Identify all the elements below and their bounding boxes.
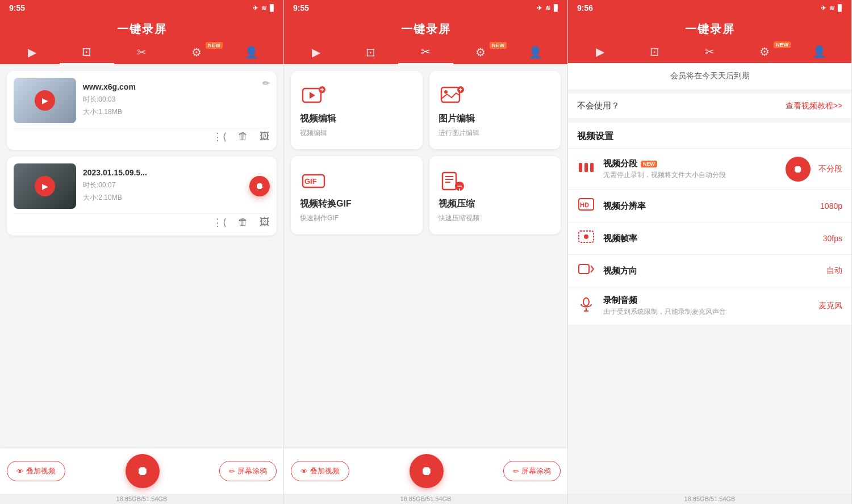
tab-video-3[interactable]: ▶: [573, 45, 628, 63]
tab-tools-3[interactable]: ✂: [682, 45, 737, 63]
new-badge-2: NEW: [490, 42, 507, 49]
share-icon-1[interactable]: ⋮⟨: [212, 131, 227, 143]
svg-rect-20: [590, 163, 594, 172]
content-1: ▶ www.x6g.com 时长:00:03 大小:1.18MB ✏ ⋮⟨ 🗑 …: [0, 64, 283, 448]
tool-compress[interactable]: 视频压缩 快速压缩视频: [429, 156, 561, 234]
delete-icon-2[interactable]: 🗑: [238, 216, 248, 229]
tab-crop-3[interactable]: ⊡: [628, 45, 683, 63]
tab-avatar-2[interactable]: 👤: [508, 45, 563, 64]
eye-icon-2: 👁: [300, 467, 308, 476]
resolution-icon: HD: [577, 198, 595, 214]
tab-settings-3[interactable]: NEW ⚙: [737, 45, 792, 63]
svg-rect-25: [579, 264, 589, 274]
svg-rect-18: [579, 163, 582, 172]
svg-point-6: [444, 90, 448, 94]
video-card-2: ▶ 2023.01.15.09.5... 时长:00:07 大小:2.10MB …: [7, 157, 277, 236]
bottom-bar-2: 👁 叠加视频 ⏺ ✏ 屏幕涂鸦: [284, 448, 567, 494]
tab-crop-2[interactable]: ⊡: [344, 45, 399, 64]
settings-row-audio[interactable]: 录制音频 由于受到系统限制，只能录制麦克风声音 麦克风: [568, 287, 851, 325]
segment-record-btn[interactable]: ⏺: [786, 157, 811, 182]
help-row: 不会使用？ 查看视频教程>>: [568, 94, 851, 118]
eye-icon-1: 👁: [16, 467, 24, 476]
svg-marker-4: [310, 92, 315, 99]
audio-title: 录制音频: [603, 295, 637, 306]
bottom-bar-1: 👁 叠加视频 ⏺ ✏ 屏幕涂鸦: [0, 448, 283, 494]
orientation-title: 视频方向: [603, 266, 637, 276]
audio-subtitle: 由于受到系统限制，只能录制麦克风声音: [603, 307, 811, 317]
draw-btn-1[interactable]: ✏ 屏幕涂鸦: [219, 461, 277, 481]
video-icon-1: ▶: [28, 45, 36, 59]
status-icons-2: ✈ ≋ ▊: [537, 5, 558, 12]
tools-icon-2: ✂: [421, 45, 431, 58]
overlay-btn-1[interactable]: 👁 叠加视频: [7, 461, 65, 481]
pencil-icon-1: ✏: [229, 467, 235, 476]
new-badge-1: NEW: [206, 42, 223, 49]
fps-title: 视频帧率: [603, 233, 637, 244]
svg-rect-5: [441, 87, 460, 102]
orientation-value: 自动: [826, 266, 842, 276]
time-2: 9:55: [293, 3, 309, 12]
tab-video-1[interactable]: ▶: [5, 45, 60, 64]
tab-settings-1[interactable]: NEW ⚙: [169, 45, 224, 64]
video-duration-2: 时长:00:07: [83, 179, 243, 192]
delete-icon-1[interactable]: 🗑: [238, 131, 248, 143]
settings-row-resolution[interactable]: HD 视频分辨率 1080p: [568, 190, 851, 222]
video-thumb-1: ▶: [14, 78, 76, 123]
svg-rect-19: [584, 163, 588, 172]
crop-icon-3: ⊡: [650, 45, 659, 58]
video-size-2: 大小:2.10MB: [83, 192, 243, 204]
orientation-icon: [577, 263, 595, 279]
tool-desc-1: 视频编辑: [300, 128, 327, 138]
tool-gif[interactable]: GIF 视频转换GIF 快速制作GIF: [291, 156, 423, 234]
help-link[interactable]: 查看视频教程>>: [786, 101, 842, 111]
status-bar-3: 9:56 ✈ ≋ ▊: [568, 0, 851, 16]
membership-banner: 会员将在今天天后到期: [568, 63, 851, 89]
tool-video-edit[interactable]: 视频编辑 视频编辑: [291, 71, 423, 149]
panel-2: 9:55 ✈ ≋ ▊ 一键录屏 ▶ ⊡ ✂ NEW ⚙ 👤: [284, 0, 568, 504]
fps-icon: [577, 230, 595, 246]
avatar-icon-1: 👤: [244, 45, 258, 59]
record-mini-btn-1[interactable]: ⏺: [249, 176, 270, 196]
draw-btn-2[interactable]: ✏ 屏幕涂鸦: [503, 461, 561, 481]
svg-point-26: [583, 298, 589, 306]
svg-text:GIF: GIF: [304, 177, 317, 186]
avatar-icon-3: 👤: [812, 45, 826, 58]
image-icon-1[interactable]: 🖼: [260, 131, 270, 143]
tab-video-2[interactable]: ▶: [289, 45, 344, 64]
record-fab-2[interactable]: ⏺: [410, 454, 444, 488]
share-icon-2[interactable]: ⋮⟨: [212, 216, 227, 229]
tab-settings-2[interactable]: NEW ⚙: [453, 45, 508, 64]
tab-tools-2[interactable]: ✂: [398, 45, 453, 64]
audio-value: 麦克风: [818, 301, 842, 311]
status-icons-1: ✈ ≋ ▊: [253, 5, 274, 12]
resolution-title: 视频分辨率: [603, 201, 646, 212]
overlay-btn-2[interactable]: 👁 叠加视频: [291, 461, 349, 481]
play-btn-1[interactable]: ▶: [35, 90, 55, 111]
tab-avatar-3[interactable]: 👤: [792, 45, 847, 63]
tool-image-edit[interactable]: 图片编辑 进行图片编辑: [429, 71, 561, 149]
record-fab-1[interactable]: ⏺: [126, 454, 160, 488]
app-title-1: 一键录屏: [0, 16, 283, 41]
settings-content: 会员将在今天天后到期 不会使用？ 查看视频教程>> 视频设置 视频分段 NEW …: [568, 63, 851, 494]
settings-row-fps[interactable]: 视频帧率 30fps: [568, 222, 851, 255]
fps-value: 30fps: [823, 234, 842, 243]
help-text: 不会使用？: [577, 100, 620, 111]
video-icon-3: ▶: [596, 45, 604, 58]
edit-icon-1[interactable]: ✏: [262, 78, 270, 89]
tab-avatar-1[interactable]: 👤: [224, 45, 279, 64]
tab-crop-1[interactable]: ⊡: [60, 45, 115, 64]
play-btn-2[interactable]: ▶: [35, 176, 55, 196]
settings-row-segment[interactable]: 视频分段 NEW 无需停止录制，视频将文件大小自动分段 ⏺ 不分段: [568, 149, 851, 190]
video-card-1: ▶ www.x6g.com 时长:00:03 大小:1.18MB ✏ ⋮⟨ 🗑 …: [7, 71, 277, 150]
tab-tools-1[interactable]: ✂: [114, 45, 169, 64]
pencil-icon-2: ✏: [513, 467, 519, 476]
panel-3: 9:56 ✈ ≋ ▊ 一键录屏 ▶ ⊡ ✂ NEW ⚙ 👤 会员将在今天天后到期…: [568, 0, 852, 504]
image-icon-2[interactable]: 🖼: [260, 216, 270, 229]
time-3: 9:56: [577, 3, 593, 12]
crop-icon-2: ⊡: [366, 45, 375, 59]
resolution-value: 1080p: [820, 201, 842, 211]
settings-row-orientation[interactable]: 视频方向 自动: [568, 255, 851, 287]
app-title-3: 一键录屏: [568, 16, 851, 41]
status-icons-3: ✈ ≋ ▊: [821, 5, 842, 12]
audio-icon: [577, 296, 595, 316]
